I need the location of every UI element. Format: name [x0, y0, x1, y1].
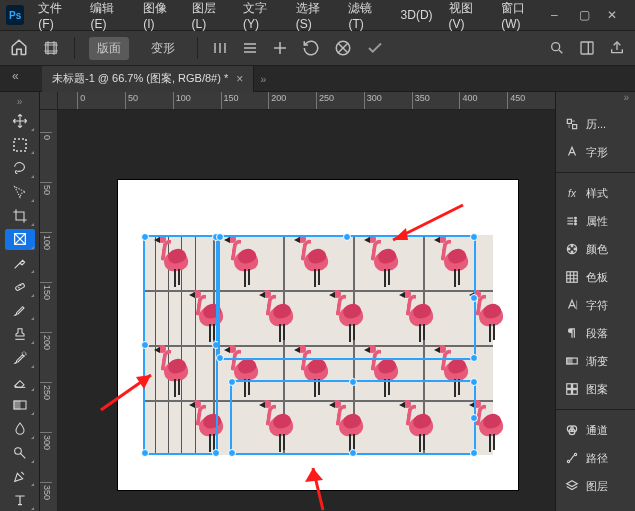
panel-glyphs[interactable]: 字形 — [556, 138, 635, 166]
window-close-icon[interactable]: ✕ — [607, 8, 621, 22]
panel-gradient[interactable]: 渐变 — [556, 347, 635, 375]
frame-selection-3[interactable] — [230, 380, 476, 455]
quick-select-tool[interactable] — [5, 181, 35, 203]
tab-scroll-icon[interactable]: « — [12, 69, 19, 83]
panel-history[interactable]: 历... — [556, 110, 635, 138]
transform-handle[interactable] — [470, 449, 478, 457]
grid-icon[interactable] — [272, 40, 288, 56]
transform-handle[interactable] — [228, 449, 236, 457]
frame-selection-1[interactable] — [143, 235, 218, 455]
svg-marker-12 — [393, 228, 408, 240]
svg-rect-3 — [581, 42, 593, 54]
ruler-vertical[interactable]: 0 50 100 150 200 250 300 350 — [40, 110, 58, 511]
share-icon[interactable] — [609, 40, 625, 56]
home-icon[interactable] — [10, 38, 28, 59]
menu-type[interactable]: 文字(Y) — [237, 0, 286, 35]
frame-selection-2[interactable] — [218, 235, 476, 360]
panel-layers[interactable]: 图层 — [556, 472, 635, 500]
menu-filter[interactable]: 滤镜(T) — [342, 0, 390, 35]
menu-3d[interactable]: 3D(D) — [395, 4, 439, 26]
dock-collapse-icon[interactable]: » — [556, 92, 635, 104]
ruler-horizontal[interactable]: 0 50 100 150 200 250 300 350 400 450 — [58, 92, 555, 110]
eraser-tool[interactable] — [5, 371, 35, 393]
transform-handle[interactable] — [470, 354, 478, 362]
option-artboard[interactable]: 版面 — [89, 37, 129, 60]
transform-handle[interactable] — [228, 378, 236, 386]
toolbox: » — [0, 92, 40, 511]
panel-channels[interactable]: 通道 — [556, 416, 635, 444]
props-icon — [564, 213, 580, 229]
menu-window[interactable]: 窗口(W) — [495, 0, 547, 35]
transform-handle[interactable] — [343, 233, 351, 241]
marquee-tool[interactable] — [5, 134, 35, 156]
menu-file[interactable]: 文件(F) — [32, 0, 80, 35]
frame-tool-icon[interactable] — [42, 39, 60, 57]
reset-icon[interactable] — [302, 39, 320, 57]
menu-edit[interactable]: 编辑(E) — [84, 0, 133, 35]
panel-label: 历... — [586, 117, 606, 132]
panel-swatches[interactable]: 色板 — [556, 263, 635, 291]
move-tool[interactable] — [5, 110, 35, 132]
pen-tool[interactable] — [5, 466, 35, 488]
transform-handle[interactable] — [349, 449, 357, 457]
transform-handle[interactable] — [141, 341, 149, 349]
transform-handle[interactable] — [216, 354, 224, 362]
menu-layer[interactable]: 图层(L) — [186, 0, 233, 35]
panel-paragraph[interactable]: 段落 — [556, 319, 635, 347]
panel-character[interactable]: 字符 — [556, 291, 635, 319]
svg-point-19 — [575, 217, 577, 219]
align-distribute-icon[interactable] — [242, 40, 258, 56]
svg-point-23 — [571, 245, 573, 247]
transform-handle[interactable] — [216, 233, 224, 241]
svg-rect-6 — [14, 283, 24, 291]
panel-label: 属性 — [586, 214, 608, 229]
menu-select[interactable]: 选择(S) — [290, 0, 339, 35]
commit-icon[interactable] — [366, 39, 384, 57]
crop-tool[interactable] — [5, 205, 35, 227]
panel-label: 段落 — [586, 326, 608, 341]
panel-paths[interactable]: 路径 — [556, 444, 635, 472]
svg-rect-27 — [567, 272, 578, 283]
toolbox-collapse-icon[interactable]: » — [17, 96, 23, 106]
svg-rect-29 — [567, 358, 572, 364]
tab-overflow-icon[interactable]: » — [260, 73, 266, 85]
transform-handle[interactable] — [141, 233, 149, 241]
workspace-icon[interactable] — [579, 40, 595, 56]
transform-handle[interactable] — [470, 414, 478, 422]
panel-color[interactable]: 颜色 — [556, 235, 635, 263]
menu-image[interactable]: 图像(I) — [137, 0, 181, 35]
menu-view[interactable]: 视图(V) — [443, 0, 492, 35]
gradient-tool[interactable] — [5, 394, 35, 416]
panel-props[interactable]: 属性 — [556, 207, 635, 235]
option-transform[interactable]: 变形 — [143, 37, 183, 60]
document-tab[interactable]: 未标题-1 @ 66.7% (图案, RGB/8#) * × — [42, 66, 254, 92]
stamp-tool[interactable] — [5, 323, 35, 345]
transform-handle[interactable] — [470, 294, 478, 302]
transform-handle[interactable] — [470, 378, 478, 386]
align-stroke-icon[interactable] — [212, 40, 228, 56]
healing-tool[interactable] — [5, 276, 35, 298]
transform-handle[interactable] — [470, 233, 478, 241]
panel-label: 路径 — [586, 451, 608, 466]
panel-styles[interactable]: fx样式 — [556, 179, 635, 207]
canvas-stage[interactable] — [58, 110, 555, 511]
blur-tool[interactable] — [5, 418, 35, 440]
close-tab-icon[interactable]: × — [236, 72, 243, 86]
frame-tool[interactable] — [5, 229, 35, 251]
cancel-icon[interactable] — [334, 39, 352, 57]
window-minimize-icon[interactable]: – — [551, 8, 565, 22]
brush-tool[interactable] — [5, 300, 35, 322]
channels-icon — [564, 422, 580, 438]
search-icon[interactable] — [549, 40, 565, 56]
lasso-tool[interactable] — [5, 157, 35, 179]
panel-pattern[interactable]: 图案 — [556, 375, 635, 403]
eyedropper-tool[interactable] — [5, 252, 35, 274]
transform-handle[interactable] — [349, 378, 357, 386]
dodge-tool[interactable] — [5, 442, 35, 464]
window-maximize-icon[interactable]: ▢ — [579, 8, 593, 22]
history-brush-tool[interactable] — [5, 347, 35, 369]
transform-handle[interactable] — [141, 449, 149, 457]
transform-handle[interactable] — [212, 449, 220, 457]
layers-icon — [564, 478, 580, 494]
type-tool[interactable] — [5, 489, 35, 511]
